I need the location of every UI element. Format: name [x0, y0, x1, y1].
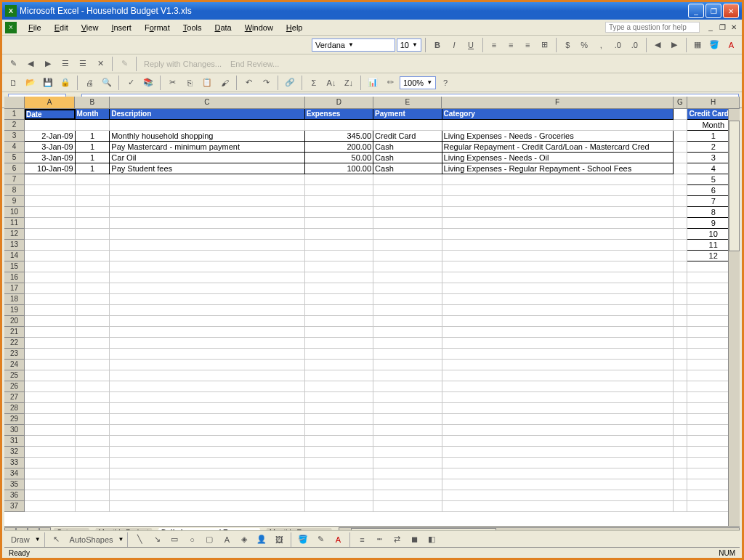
cell[interactable]: 100.00 — [305, 163, 373, 174]
cell[interactable] — [76, 349, 110, 360]
cell[interactable] — [76, 490, 110, 501]
column-header-D[interactable]: D — [305, 97, 373, 109]
cell[interactable] — [76, 305, 110, 316]
cell[interactable] — [442, 392, 674, 403]
cell[interactable] — [25, 403, 76, 414]
cell[interactable] — [442, 240, 674, 251]
cell[interactable] — [76, 392, 110, 403]
cell[interactable] — [76, 360, 110, 370]
cell[interactable] — [76, 185, 110, 196]
row-header-21[interactable]: 21 — [4, 327, 25, 338]
cell[interactable] — [25, 261, 76, 272]
sort-asc-button[interactable]: A↓ — [323, 75, 339, 91]
cell[interactable] — [373, 392, 442, 403]
row-header-15[interactable]: 15 — [4, 261, 25, 272]
cell[interactable] — [25, 316, 76, 327]
cell[interactable] — [442, 403, 674, 414]
cell[interactable] — [373, 490, 442, 501]
cell[interactable]: Cash — [373, 142, 442, 153]
cell[interactable] — [25, 381, 76, 392]
cell[interactable] — [373, 425, 442, 436]
cell[interactable] — [674, 294, 688, 305]
cell[interactable] — [110, 414, 304, 425]
cell[interactable] — [25, 468, 76, 479]
drawing-button[interactable]: ✏ — [382, 75, 398, 91]
cell[interactable]: Month — [76, 109, 110, 120]
cell[interactable] — [25, 501, 76, 512]
underline-button[interactable]: U — [464, 37, 479, 53]
cell[interactable] — [442, 327, 674, 338]
cell[interactable] — [674, 414, 688, 425]
cell[interactable] — [373, 360, 442, 370]
cell[interactable]: Description — [110, 109, 304, 120]
menu-view[interactable]: View — [76, 22, 105, 33]
diagram-button[interactable]: ◈ — [236, 532, 252, 548]
cell[interactable] — [674, 305, 688, 316]
cell[interactable] — [25, 185, 76, 196]
comma-button[interactable]: , — [594, 37, 609, 53]
cell[interactable] — [76, 196, 110, 207]
cell[interactable] — [373, 414, 442, 425]
cell[interactable] — [25, 120, 76, 131]
cell[interactable] — [442, 185, 674, 196]
row-header-3[interactable]: 3 — [4, 131, 25, 142]
cell[interactable]: 1 — [76, 131, 110, 142]
cell[interactable] — [25, 229, 76, 240]
cell[interactable] — [76, 468, 110, 479]
column-header-A[interactable]: A — [25, 97, 76, 109]
row-header-1[interactable]: 1 — [4, 109, 25, 120]
cell[interactable] — [110, 490, 304, 501]
maximize-button[interactable]: ❐ — [705, 4, 721, 18]
row-header-27[interactable]: 27 — [4, 392, 25, 403]
cell[interactable] — [110, 272, 304, 283]
cell[interactable] — [110, 294, 304, 305]
cell[interactable] — [674, 327, 688, 338]
cell[interactable] — [674, 360, 688, 370]
row-header-17[interactable]: 17 — [4, 283, 25, 294]
cell[interactable] — [373, 218, 442, 229]
cell[interactable] — [305, 490, 373, 501]
cell[interactable] — [305, 370, 373, 381]
cell[interactable]: 10-Jan-09 — [25, 163, 76, 174]
zoom-combo[interactable]: 100%▼ — [400, 76, 436, 89]
cell[interactable] — [110, 207, 304, 218]
cell[interactable] — [305, 294, 373, 305]
cell[interactable] — [442, 370, 674, 381]
cell[interactable] — [76, 207, 110, 218]
row-header-10[interactable]: 10 — [4, 207, 25, 218]
cell[interactable] — [305, 327, 373, 338]
cell[interactable] — [110, 447, 304, 458]
cell[interactable] — [373, 251, 442, 261]
doc-restore-button[interactable]: ❐ — [717, 23, 727, 33]
dash-style-button[interactable]: ┅ — [371, 532, 387, 548]
cell[interactable]: Date — [25, 109, 76, 120]
cell[interactable] — [25, 305, 76, 316]
cell[interactable]: 1 — [76, 142, 110, 153]
preview-button[interactable]: 🔍 — [99, 75, 115, 91]
cell[interactable] — [442, 447, 674, 458]
cell[interactable] — [674, 131, 688, 142]
cell[interactable] — [674, 436, 688, 447]
rectangle-button[interactable]: ▭ — [166, 532, 182, 548]
cell[interactable] — [305, 240, 373, 251]
cell[interactable] — [373, 349, 442, 360]
cell[interactable] — [110, 240, 304, 251]
cell[interactable] — [76, 501, 110, 512]
cell[interactable] — [76, 294, 110, 305]
autosum-button[interactable]: Σ — [306, 75, 322, 91]
cell[interactable] — [305, 458, 373, 468]
menu-help[interactable]: Help — [280, 22, 309, 33]
cell[interactable] — [674, 185, 688, 196]
cell[interactable] — [442, 207, 674, 218]
delete-comment-button[interactable]: ✕ — [92, 56, 108, 72]
cell[interactable] — [76, 436, 110, 447]
menu-data[interactable]: Data — [209, 22, 237, 33]
fill-button[interactable]: 🪣 — [295, 532, 311, 548]
cell[interactable] — [76, 414, 110, 425]
align-center-button[interactable]: ≡ — [504, 37, 519, 53]
cell[interactable]: Living Expenses - Regular Repayment - Sc… — [442, 163, 674, 174]
cell[interactable] — [442, 490, 674, 501]
cell[interactable] — [25, 349, 76, 360]
cell[interactable] — [674, 468, 688, 479]
currency-button[interactable]: $ — [560, 37, 575, 53]
